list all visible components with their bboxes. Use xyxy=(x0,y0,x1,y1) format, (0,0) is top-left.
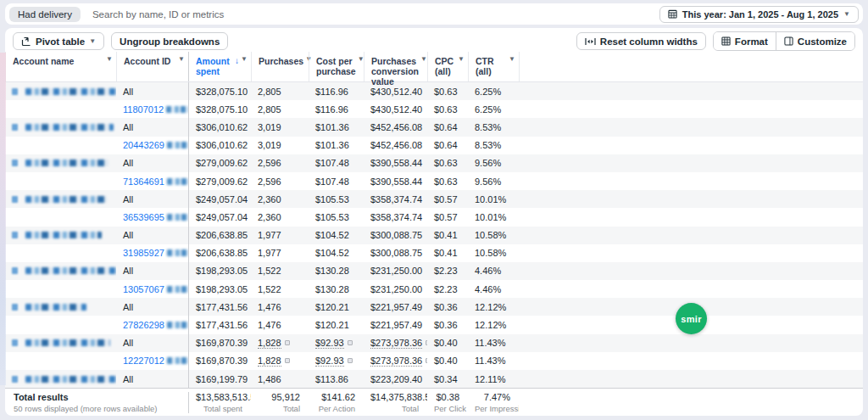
redacted-account-name xyxy=(25,267,116,274)
filter-chip-had-delivery[interactable]: Had delivery xyxy=(9,7,81,22)
purchases-cell: 1,486 xyxy=(251,370,309,388)
cpc-cell: $0.34 xyxy=(427,370,468,388)
table-row[interactable]: 31985927 $206,638.85 1,977 $104.52 $300,… xyxy=(5,244,863,262)
table-row[interactable]: All $249,057.04 2,360 $105.53 $358,374.7… xyxy=(5,190,863,208)
account-id-text[interactable]: All xyxy=(123,266,133,276)
table-row[interactable]: All $177,431.56 1,476 $120.21 $221,957.4… xyxy=(5,298,863,316)
account-id-text[interactable]: All xyxy=(123,158,133,168)
ctr-cell: 6.25% xyxy=(468,82,519,100)
table-row[interactable]: All $328,075.10 2,805 $116.96 $430,512.4… xyxy=(5,82,863,100)
col-header-account-name[interactable]: Account name ▼ xyxy=(5,52,116,81)
cost-per-purchase-cell: $120.21 xyxy=(309,316,364,333)
chevron-down-icon[interactable]: ▼ xyxy=(456,56,465,63)
account-id-cell: All xyxy=(116,154,188,172)
cpc-cell: $0.63 xyxy=(427,82,468,100)
totals-subtitle: 50 rows displayed (more rows available) xyxy=(14,404,188,413)
purchases-conversion-value-cell: $221,957.49 xyxy=(364,298,427,316)
table-row[interactable]: 36539695 $249,057.04 2,360 $105.53 $358,… xyxy=(5,208,863,226)
presence-avatar: smir xyxy=(676,303,707,334)
cost-per-purchase-cell: $105.53 xyxy=(309,190,364,208)
total-purchases: 95,912 Total xyxy=(251,392,309,413)
col-header-purchases[interactable]: Purchases ▼ xyxy=(251,52,309,81)
table-row[interactable]: All $206,638.85 1,977 $104.52 $300,088.7… xyxy=(5,227,863,244)
table-row[interactable]: 20443269 $306,010.62 3,019 $101.36 $452,… xyxy=(5,137,863,154)
account-id-text[interactable]: All xyxy=(123,194,133,204)
col-header-cost-per-purchase[interactable]: Cost per purchase ▼ xyxy=(309,52,364,81)
redacted-account-id xyxy=(167,286,188,293)
amount-spent-cell: $169,870.39 xyxy=(188,352,251,370)
cpc-cell: $0.57 xyxy=(427,190,468,208)
account-id-text[interactable]: 12227012 xyxy=(123,356,164,366)
purchases-cell: 1,476 xyxy=(251,298,309,316)
account-id-text[interactable]: All xyxy=(123,122,133,132)
col-header-amount-spent[interactable]: Amount spent ↓ ▼ xyxy=(188,52,251,81)
cpc-cell: $0.40 xyxy=(427,352,468,370)
format-button[interactable]: Format xyxy=(714,32,776,50)
format-customize-group: Format Customize xyxy=(713,31,855,51)
account-id-text[interactable]: 36539695 xyxy=(123,212,164,222)
chevron-down-icon[interactable]: ▼ xyxy=(176,56,185,63)
ctr-cell: 10.58% xyxy=(468,244,519,262)
purchases-conversion-value-cell: $223,209.40 xyxy=(364,370,427,388)
account-id-text[interactable]: 31985927 xyxy=(123,248,164,258)
redacted-name-icon xyxy=(12,88,18,95)
purchases-conversion-value-cell: $273,978.36 xyxy=(364,352,427,370)
table-row[interactable]: All $169,199.79 1,486 $113.86 $223,209.4… xyxy=(5,370,863,388)
customize-button[interactable]: Customize xyxy=(776,32,854,50)
top-search-bar: Had delivery This year: Jan 1, 2025 - Au… xyxy=(5,3,863,25)
table-row[interactable]: All $198,293.05 1,522 $130.28 $231,250.0… xyxy=(5,262,863,280)
account-id-text[interactable]: 13057067 xyxy=(123,284,164,294)
account-id-text[interactable]: 20443269 xyxy=(123,140,164,150)
col-header-account-id[interactable]: Account ID ▼ xyxy=(116,52,188,81)
date-range-button[interactable]: This year: Jan 1, 2025 - Aug 1, 2025 ▼ xyxy=(659,6,859,23)
account-id-text[interactable]: 27826298 xyxy=(123,320,164,330)
cpc-cell: $2.23 xyxy=(427,280,468,298)
table-row[interactable]: 71364691 $279,009.62 2,596 $107.48 $390,… xyxy=(5,172,863,190)
table-row[interactable]: All $306,010.62 3,019 $101.36 $452,456.0… xyxy=(5,118,863,136)
table-row[interactable]: All $169,870.39 1,828 $92.93 $273,978.36… xyxy=(5,334,863,352)
redacted-account-name xyxy=(25,232,102,238)
account-name-cell xyxy=(5,154,116,172)
cost-per-purchase-cell: $116.96 xyxy=(309,82,364,100)
cpc-cell: $0.57 xyxy=(427,208,468,226)
account-id-cell: All xyxy=(116,190,188,208)
ungroup-breakdowns-button[interactable]: Ungroup breakdowns xyxy=(111,32,228,50)
account-id-text[interactable]: All xyxy=(123,338,133,348)
table-row[interactable]: 13057067 $198,293.05 1,522 $130.28 $231,… xyxy=(5,280,863,298)
amount-spent-cell: $206,638.85 xyxy=(188,244,251,262)
amount-spent-cell: $198,293.05 xyxy=(188,280,251,298)
account-id-text[interactable]: All xyxy=(123,374,133,384)
account-id-text[interactable]: All xyxy=(123,87,133,97)
reset-column-widths-icon xyxy=(585,37,596,46)
amount-spent-cell: $177,431.56 xyxy=(188,316,251,333)
table-row[interactable]: 12227012 $169,870.39 1,828 $92.93 $273,9… xyxy=(5,352,863,370)
col-header-purchases-conversion-value[interactable]: Purchases conversion value ▼ xyxy=(364,52,427,81)
chevron-down-icon[interactable]: ▼ xyxy=(419,56,427,63)
account-id-cell: 27826298 xyxy=(116,316,188,333)
account-id-cell: 11807012 xyxy=(116,100,188,118)
account-id-text[interactable]: 11807012 xyxy=(123,104,164,115)
chevron-down-icon[interactable]: ▼ xyxy=(239,56,248,63)
cpc-cell: $0.36 xyxy=(427,298,468,316)
account-id-text[interactable]: 71364691 xyxy=(123,176,164,187)
col-header-cpc[interactable]: CPC (all) ▼ xyxy=(427,52,468,81)
amount-spent-cell: $169,199.79 xyxy=(188,370,251,388)
redacted-account-id xyxy=(167,214,188,221)
total-ctr: 7.47% Per Impressions xyxy=(468,392,519,413)
cpc-cell: $0.63 xyxy=(427,100,468,118)
account-id-text[interactable]: All xyxy=(123,302,133,312)
redacted-account-name xyxy=(25,376,116,383)
table-row[interactable]: 27826298 $177,431.56 1,476 $120.21 $221,… xyxy=(5,316,863,333)
account-id-text[interactable]: All xyxy=(123,230,133,240)
search-input[interactable] xyxy=(91,8,659,20)
pivot-table-button[interactable]: Pivot table ▼ xyxy=(13,32,104,50)
col-header-ctr[interactable]: CTR (all) ▼ xyxy=(468,52,519,81)
chevron-down-icon[interactable]: ▼ xyxy=(104,56,113,63)
table-row[interactable]: 11807012 $328,075.10 2,805 $116.96 $430,… xyxy=(5,100,863,118)
table-row[interactable]: All $279,009.62 2,596 $107.48 $390,558.4… xyxy=(5,154,863,172)
reset-column-widths-button[interactable]: Reset column widths xyxy=(576,32,706,50)
estimated-metric-icon xyxy=(285,358,290,363)
amount-spent-cell: $198,293.05 xyxy=(188,262,251,280)
chevron-down-icon[interactable]: ▼ xyxy=(507,56,515,63)
purchases-conversion-value-cell: $390,558.44 xyxy=(364,172,427,190)
